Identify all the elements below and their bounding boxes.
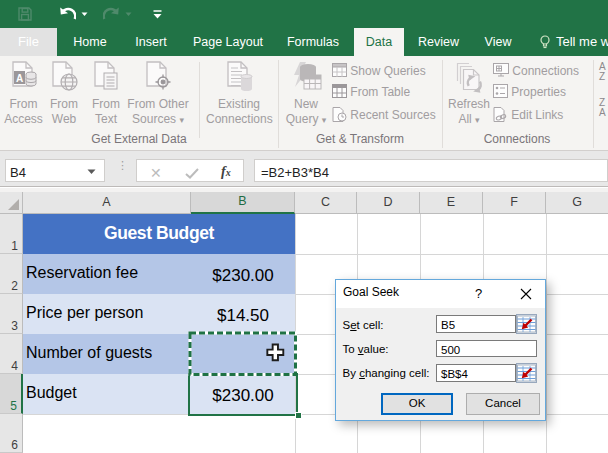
- svg-text:A: A: [15, 73, 22, 84]
